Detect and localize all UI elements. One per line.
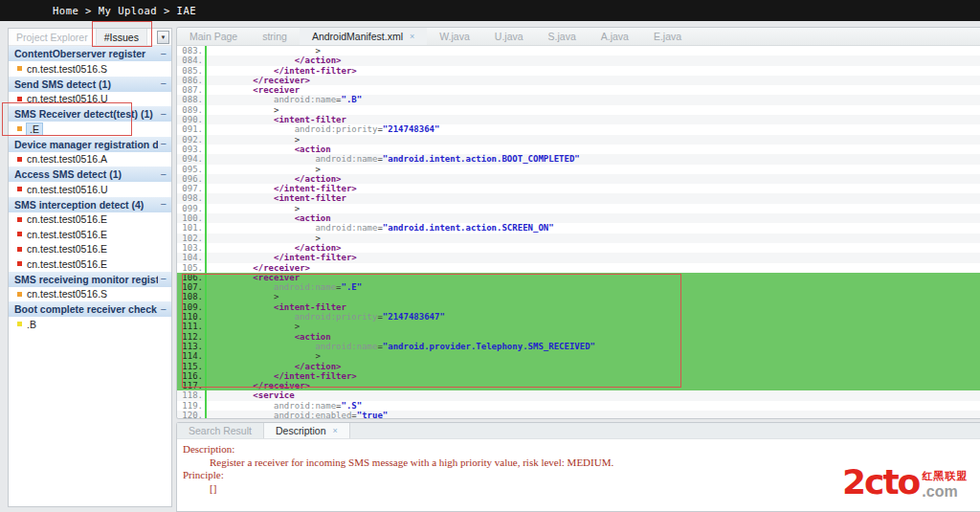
code-line[interactable]: 107. android:name=".E"	[177, 282, 980, 292]
code-line[interactable]: 114. >	[177, 351, 980, 361]
collapse-icon[interactable]: −	[158, 199, 167, 210]
code-line[interactable]: 117. </receiver>	[177, 381, 980, 390]
tab-issues[interactable]: #Issues	[96, 29, 147, 45]
code-line[interactable]: 099. >	[177, 204, 980, 213]
code-line[interactable]: 110. android:priority="2147483647"	[177, 312, 980, 322]
sidebar-item[interactable]: cn.test.test0516.E	[9, 242, 171, 257]
token-tag: </receiver>	[253, 263, 310, 273]
sidebar-section-header[interactable]: SMS Receiver detect(test) (1)−	[9, 106, 171, 122]
code-line[interactable]: 094. android:name="android.intent.action…	[177, 154, 980, 164]
sidebar-section-header[interactable]: Boot complete receiver check (1)−	[9, 301, 171, 317]
collapse-icon[interactable]: −	[158, 78, 167, 89]
collapse-icon[interactable]: −	[158, 109, 167, 120]
code-area: 083. >084. </action>085. </intent-filter…	[177, 46, 980, 418]
code-line[interactable]: 104. </intent-filter>	[177, 253, 980, 262]
collapse-icon[interactable]: −	[158, 139, 167, 149]
editor-tab-a-java[interactable]: A.java	[589, 28, 641, 45]
code-line[interactable]: 113. android:name="android.provider.Tele…	[177, 342, 980, 351]
token-tag: <receiver	[253, 273, 300, 282]
token-punc: >	[274, 292, 278, 301]
logo-suffix: .com	[922, 483, 957, 501]
code-line[interactable]: 093. <action	[177, 145, 980, 154]
issue-bullet-icon	[17, 247, 22, 252]
sidebar-section-header[interactable]: Device manager registration detect (1)−	[9, 137, 171, 152]
editor-tab-u-java[interactable]: U.java	[482, 28, 536, 45]
editor-tab-main-page[interactable]: Main Page	[177, 28, 250, 45]
code-line[interactable]: 119. android:name=".S"	[177, 401, 980, 411]
line-number: 118.	[177, 390, 203, 400]
breadcrumb[interactable]: Home > My Upload > IAE	[53, 5, 196, 16]
editor-tab-e-java[interactable]: E.java	[641, 28, 694, 45]
code-line[interactable]: 098. <intent-filter	[177, 193, 980, 203]
code-line[interactable]: 091. android:priority="214748364"	[177, 124, 980, 134]
line-number: 093.	[177, 145, 203, 154]
sidebar-section-header[interactable]: Access SMS detect (1)−	[9, 167, 171, 182]
code-line[interactable]: 118. <service	[177, 390, 980, 400]
sidebar-section-header[interactable]: ContentOberserver register−	[9, 46, 171, 61]
editor-tab-androidmanifest-xml[interactable]: AndroidManifest.xml×	[300, 28, 427, 45]
code-line[interactable]: 089. >	[177, 105, 980, 115]
issue-bullet-icon	[17, 232, 22, 236]
sidebar-section-header[interactable]: SMS interception detect (4)−	[9, 197, 171, 212]
sidebar-item[interactable]: cn.test.test0516.U	[9, 182, 171, 197]
code-line[interactable]: 085. </intent-filter>	[177, 66, 980, 76]
code-text: android:enabled="true"	[207, 411, 388, 418]
code-line[interactable]: 106. <receiver	[177, 273, 980, 282]
close-icon[interactable]: ×	[332, 426, 337, 435]
editor-tab-s-java[interactable]: S.java	[536, 28, 589, 45]
collapse-icon[interactable]: −	[158, 169, 167, 180]
close-icon[interactable]: ×	[410, 32, 414, 41]
code-line[interactable]: 087. <receiver	[177, 85, 980, 95]
sidebar-item[interactable]: cn.test.test0516.S	[9, 287, 171, 302]
code-line[interactable]: 097. </intent-filter>	[177, 184, 980, 193]
collapse-icon[interactable]: −	[158, 49, 167, 59]
code-line[interactable]: 120. android:enabled="true"	[177, 411, 980, 418]
token-tag: <intent-filter	[274, 115, 346, 124]
sidebar-item[interactable]: cn.test.test0516.A	[9, 152, 171, 167]
line-number: 108.	[177, 292, 203, 301]
result-tab-description[interactable]: Description×	[263, 423, 350, 438]
sidebar-item[interactable]: cn.test.test0516.E	[9, 227, 171, 242]
sidebar-item[interactable]: .E	[9, 122, 171, 137]
code-text: android:name="android.intent.action.BOOT…	[207, 154, 580, 164]
collapse-icon[interactable]: −	[158, 274, 167, 284]
line-number: 114.	[177, 351, 203, 361]
code-line[interactable]: 116. </intent-filter>	[177, 371, 980, 381]
sidebar-item[interactable]: cn.test.test0516.E	[9, 256, 171, 272]
code-line[interactable]: 109. <intent-filter	[177, 302, 980, 312]
code-line[interactable]: 083. >	[177, 46, 980, 56]
code-line[interactable]: 086. </receiver>	[177, 76, 980, 85]
code-line[interactable]: 101. android:name="android.intent.action…	[177, 223, 980, 233]
code-line[interactable]: 095. >	[177, 165, 980, 174]
sidebar-item[interactable]: cn.test.test0516.S	[9, 61, 171, 77]
tab-project-explorer[interactable]: Project Explorer	[9, 29, 96, 45]
sidebar-item[interactable]: cn.test.test0516.E	[9, 212, 171, 228]
code-line[interactable]: 103. </action>	[177, 243, 980, 253]
code-line[interactable]: 112. <action	[177, 332, 980, 342]
code-line[interactable]: 088. android:name=".B"	[177, 95, 980, 104]
collapse-icon[interactable]: −	[158, 304, 167, 315]
code-text: </intent-filter>	[207, 184, 357, 193]
code-line[interactable]: 096. </action>	[177, 174, 980, 184]
sidebar-item[interactable]: cn.test.test0516.U	[9, 92, 171, 107]
code-line[interactable]: 092. >	[177, 135, 980, 145]
code-line[interactable]: 111. >	[177, 322, 980, 331]
code-line[interactable]: 084. </action>	[177, 56, 980, 65]
code-text: >	[207, 135, 300, 145]
line-number: 106.	[177, 273, 203, 282]
result-tab-search-result[interactable]: Search Result	[177, 423, 263, 438]
sidebar-section-header[interactable]: SMS receiveing monitor register−	[9, 272, 171, 287]
code-line[interactable]: 102. >	[177, 234, 980, 243]
sidebar-dropdown-button[interactable]: ▼	[157, 31, 169, 44]
code-line[interactable]: 115. </action>	[177, 362, 980, 371]
token-attr: android:name	[274, 95, 336, 104]
code-line[interactable]: 100. <action	[177, 213, 980, 223]
sidebar-item[interactable]: .B	[9, 317, 171, 332]
code-line[interactable]: 090. <intent-filter	[177, 115, 980, 124]
editor-tab-string[interactable]: string	[250, 28, 300, 45]
code-line[interactable]: 108. >	[177, 292, 980, 301]
editor-tab-w-java[interactable]: W.java	[427, 28, 482, 45]
code-line[interactable]: 105. </receiver>	[177, 263, 980, 273]
token-val: "2147483647"	[383, 312, 445, 322]
sidebar-section-header[interactable]: Send SMS detect (1)−	[9, 77, 171, 92]
